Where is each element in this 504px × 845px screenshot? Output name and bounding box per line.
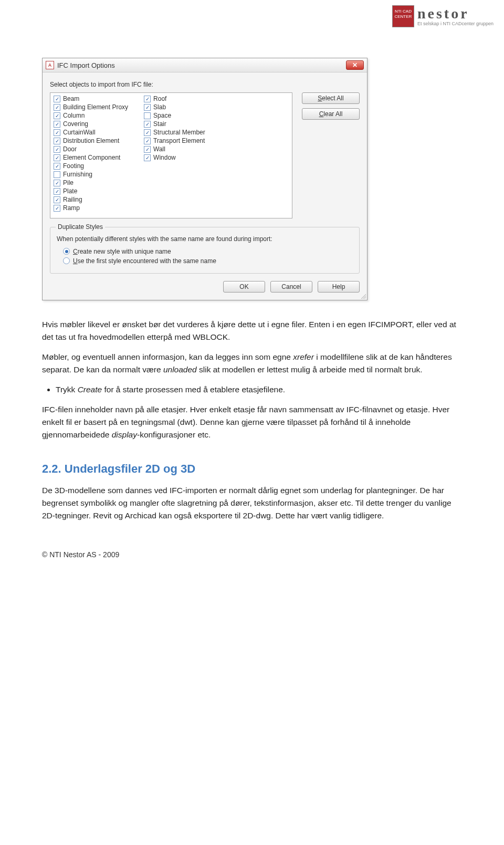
- object-type-item[interactable]: Plate: [54, 187, 128, 195]
- checkbox-icon: [54, 112, 60, 119]
- checkbox-icon: [54, 196, 60, 203]
- checkbox-icon: [54, 146, 60, 153]
- object-type-item[interactable]: Stair: [144, 120, 205, 128]
- object-type-item[interactable]: Covering: [54, 120, 128, 128]
- object-type-label: Footing: [63, 162, 84, 170]
- object-type-item[interactable]: Element Component: [54, 154, 128, 161]
- object-type-item[interactable]: Railing: [54, 196, 128, 203]
- duplicate-styles-group: Duplicate Styles When potentially differ…: [50, 227, 360, 274]
- object-type-label: Ramp: [63, 204, 80, 212]
- object-type-item[interactable]: Beam: [54, 95, 128, 102]
- object-type-item[interactable]: Wall: [144, 145, 205, 153]
- checkbox-icon: [144, 129, 151, 136]
- dialog-titlebar: A IFC Import Options ✕: [43, 58, 367, 72]
- dialog-title: IFC Import Options: [57, 61, 115, 69]
- object-type-label: Building Element Proxy: [63, 103, 128, 111]
- object-type-label: CurtainWall: [63, 129, 96, 136]
- checkbox-icon: [54, 121, 60, 128]
- checkbox-icon: [54, 129, 60, 136]
- object-type-label: Transport Element: [153, 137, 205, 144]
- object-type-label: Wall: [153, 145, 165, 153]
- object-type-item[interactable]: Door: [54, 145, 128, 153]
- object-type-label: Beam: [63, 95, 79, 102]
- object-type-label: Furnishing: [63, 171, 92, 178]
- checkbox-icon: [54, 104, 60, 111]
- help-button[interactable]: Help: [318, 281, 360, 293]
- checkbox-icon: [144, 146, 151, 153]
- object-type-item[interactable]: Pile: [54, 179, 128, 186]
- logo-subtitle: Et selskap i NTI CADcenter gruppen: [417, 21, 494, 26]
- dialog-instruction: Select objects to import from IFC file:: [50, 81, 360, 88]
- ifc-import-dialog: A IFC Import Options ✕ Select objects to…: [42, 58, 368, 300]
- object-type-label: Plate: [63, 187, 77, 195]
- checkbox-icon: [144, 121, 151, 128]
- close-icon: ✕: [352, 62, 358, 68]
- object-type-label: Distribution Element: [63, 137, 119, 144]
- object-type-list[interactable]: BeamBuilding Element ProxyColumnCovering…: [50, 92, 292, 218]
- app-icon: A: [46, 61, 54, 69]
- object-type-label: Element Component: [63, 154, 120, 161]
- section-heading: 2.2. Underlagsfiler 2D og 3D: [42, 460, 462, 478]
- select-all-button[interactable]: Select All: [302, 92, 360, 104]
- close-button[interactable]: ✕: [346, 60, 364, 70]
- object-type-label: Railing: [63, 196, 82, 203]
- logo-badge: NTI CAD CENTER: [392, 5, 414, 27]
- object-type-label: Covering: [63, 120, 88, 128]
- object-type-item[interactable]: Window: [144, 154, 205, 161]
- checkbox-icon: [54, 171, 60, 178]
- object-type-item[interactable]: Column: [54, 112, 128, 119]
- object-type-label: Stair: [153, 120, 166, 128]
- radio-create-new-style[interactable]: Create new style with unique name: [63, 248, 353, 255]
- object-type-item[interactable]: Furnishing: [54, 171, 128, 178]
- object-type-label: Pile: [63, 179, 74, 186]
- object-type-label: Space: [153, 112, 171, 119]
- paragraph: IFC-filen inneholder navn på alle etasje…: [42, 403, 462, 441]
- object-type-item[interactable]: Roof: [144, 95, 205, 102]
- object-type-item[interactable]: Footing: [54, 162, 128, 170]
- group-description: When potentially different styles with t…: [57, 235, 353, 244]
- checkbox-icon: [54, 96, 60, 102]
- paragraph: De 3D-modellene som dannes ved IFC-impor…: [42, 484, 462, 522]
- checkbox-icon: [54, 138, 60, 144]
- object-type-item[interactable]: Structural Member: [144, 129, 205, 136]
- checkbox-icon: [144, 138, 151, 144]
- brand-logo: NTI CAD CENTER nestor Et selskap i NTI C…: [392, 5, 494, 27]
- object-type-label: Slab: [153, 103, 166, 111]
- footer-copyright: © NTI Nestor AS - 2009: [42, 549, 462, 561]
- checkbox-icon: [144, 96, 151, 102]
- object-type-item[interactable]: Space: [144, 112, 205, 119]
- radio-use-first-style[interactable]: Use the first style encountered with the…: [63, 257, 353, 265]
- radio-icon: [63, 248, 70, 255]
- object-type-label: Structural Member: [153, 129, 205, 136]
- object-type-item[interactable]: Building Element Proxy: [54, 103, 128, 111]
- logo-word: nestor: [417, 6, 494, 21]
- checkbox-icon: [144, 112, 151, 119]
- document-body: Hvis møbler likevel er ønsket bør det vu…: [42, 318, 462, 561]
- object-type-item[interactable]: Slab: [144, 103, 205, 111]
- object-type-item[interactable]: Distribution Element: [54, 137, 128, 144]
- list-item: Trykk Create for å starte prosessen med …: [56, 383, 462, 396]
- checkbox-icon: [54, 154, 60, 161]
- clear-all-button[interactable]: Clear All: [302, 108, 360, 120]
- checkbox-icon: [54, 205, 60, 212]
- object-type-item[interactable]: Ramp: [54, 204, 128, 212]
- paragraph: Hvis møbler likevel er ønsket bør det vu…: [42, 318, 462, 343]
- resize-grip-icon[interactable]: [360, 293, 366, 299]
- checkbox-icon: [54, 163, 60, 170]
- cancel-button[interactable]: Cancel: [270, 281, 312, 293]
- checkbox-icon: [144, 154, 151, 161]
- object-type-label: Column: [63, 112, 85, 119]
- object-type-item[interactable]: CurtainWall: [54, 129, 128, 136]
- object-type-label: Window: [153, 154, 176, 161]
- object-type-item[interactable]: Transport Element: [144, 137, 205, 144]
- checkbox-icon: [54, 180, 60, 186]
- checkbox-icon: [54, 188, 60, 195]
- checkbox-icon: [144, 104, 151, 111]
- group-title: Duplicate Styles: [56, 223, 105, 231]
- object-type-label: Roof: [153, 95, 166, 102]
- paragraph: Møbler, og eventuell annen informasjon, …: [42, 351, 462, 376]
- object-type-label: Door: [63, 145, 77, 153]
- ok-button[interactable]: OK: [223, 281, 265, 293]
- radio-icon: [63, 257, 70, 264]
